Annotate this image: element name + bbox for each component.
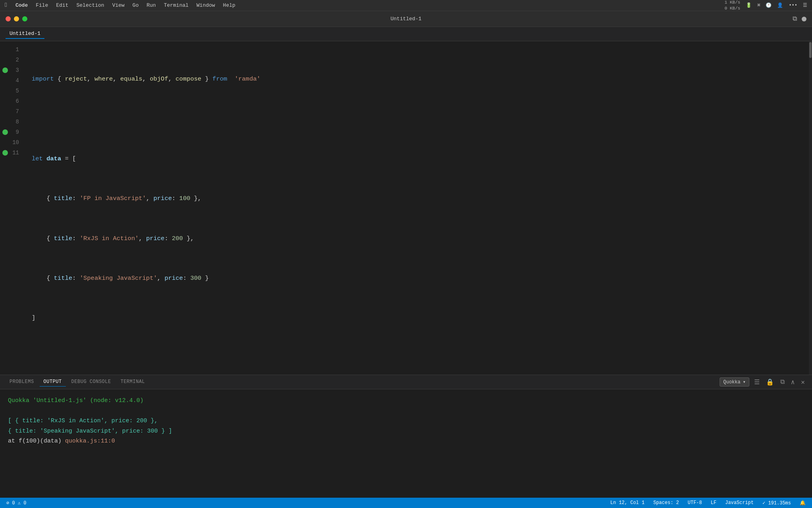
menubar-window[interactable]: Window	[194, 2, 218, 9]
dropdown-label: Quokka	[723, 379, 740, 385]
output-source-dropdown[interactable]: Quokka ▾	[720, 377, 749, 387]
prop-price-3: price	[165, 273, 183, 283]
editor-tab-untitled[interactable]: Untitled-1	[6, 29, 44, 39]
str-fp: 'FP in JavaScript'	[80, 194, 146, 204]
code-line-5: { title: 'RxJS in Action', price: 200 },	[32, 233, 812, 244]
code-line-3: let data = [	[32, 154, 812, 164]
gutter-4: 4	[0, 75, 24, 86]
menubar-view[interactable]: View	[110, 2, 127, 9]
line-num-3: 3	[16, 66, 19, 75]
gutter-7: 7	[0, 106, 24, 117]
minimize-button[interactable]	[14, 16, 19, 21]
line-num-9: 9	[16, 128, 19, 137]
gutter-3: 3	[0, 65, 24, 75]
output-line-4: { title: 'Speaking JavaScript', price: 3…	[8, 426, 804, 437]
gutter-10: 10	[0, 137, 24, 148]
statusbar: ⊘ 0 ⚠ 0 Ln 12, Col 1 Spaces: 2 UTF-8 LF …	[0, 498, 812, 508]
line-num-1: 1	[16, 45, 19, 54]
tab-debug-console[interactable]: DEBUG CONSOLE	[67, 377, 115, 387]
output-line-1: Quokka 'Untitled-1.js' (node: v12.4.0)	[8, 396, 804, 406]
editor-scrollbar[interactable]	[809, 41, 812, 375]
fn-equals: equals	[120, 74, 142, 84]
panel-content: Quokka 'Untitled-1.js' (node: v12.4.0) […	[0, 389, 812, 498]
network-status: 1 KB/s 0 KB/s	[725, 0, 741, 11]
code-line-7: ]	[32, 313, 812, 323]
code-container: 1 2 3 4 5 6 7 8 9 10 11	[0, 41, 812, 375]
split-editor-icon[interactable]: ⧉	[793, 15, 797, 23]
line-num-10: 10	[12, 138, 19, 147]
fn-reject: reject	[65, 74, 87, 84]
prop-title-2: title	[54, 234, 73, 244]
cursor-position[interactable]: Ln 12, Col 1	[609, 500, 646, 506]
prop-price-2: price	[146, 234, 165, 244]
panel-tab-bar: PROBLEMS OUTPUT DEBUG CONSOLE TERMINAL Q…	[0, 375, 812, 389]
titlebar: Untitled-1 ⧉	[0, 11, 812, 27]
str-ramda: 'ramda'	[235, 74, 260, 84]
eol-sequence[interactable]: LF	[709, 500, 718, 506]
gutter-5: 5	[0, 86, 24, 96]
notifications-icon[interactable]: 🔔	[798, 500, 807, 506]
tab-output[interactable]: OUTPUT	[40, 377, 66, 387]
menubar:  Code File Edit Selection View Go Run T…	[0, 0, 812, 11]
copy-icon[interactable]: ⧉	[779, 377, 786, 387]
close-button[interactable]	[6, 16, 11, 21]
menubar-code[interactable]: Code	[13, 2, 30, 9]
menubar-terminal[interactable]: Terminal	[161, 2, 191, 9]
str-rxjs: 'RxJS in Action'	[80, 234, 139, 244]
editor-wrapper: 1 2 3 4 5 6 7 8 9 10 11	[0, 41, 812, 498]
menubar-right: 1 KB/s 0 KB/s 🔋 ⌘ 🕐 👤 ••• ☰	[725, 0, 807, 11]
code-line-4: { title: 'FP in JavaScript', price: 100 …	[32, 194, 812, 204]
num-300: 300	[190, 273, 201, 283]
kw-import: import	[32, 74, 54, 84]
line-num-11: 11	[12, 148, 19, 157]
editor-tab-bar: Untitled-1	[0, 27, 812, 41]
gutter-6: 6	[0, 96, 24, 106]
indentation[interactable]: Spaces: 2	[652, 500, 681, 506]
prop-title-3: title	[54, 273, 73, 283]
window-title: Untitled-1	[391, 16, 421, 22]
list-icon: ☰	[803, 2, 807, 8]
gutter-2: 2	[0, 55, 24, 65]
error-icon: ⊘	[6, 500, 9, 506]
collapse-panel-icon[interactable]: ∧	[789, 377, 797, 387]
menubar-help[interactable]: Help	[220, 2, 237, 9]
traffic-lights	[6, 16, 27, 21]
gutter-11: 11	[0, 148, 24, 158]
gutter-8: 8	[0, 117, 24, 127]
tab-terminal[interactable]: TERMINAL	[117, 377, 149, 387]
num-100: 100	[179, 194, 190, 204]
panel: PROBLEMS OUTPUT DEBUG CONSOLE TERMINAL Q…	[0, 375, 812, 498]
panel-controls: Quokka ▾ ☰ 🔒 ⧉ ∧ ✕	[720, 377, 806, 387]
editor-area[interactable]: 1 2 3 4 5 6 7 8 9 10 11	[0, 41, 812, 375]
maximize-button[interactable]	[22, 16, 27, 21]
language-mode[interactable]: JavaScript	[724, 500, 755, 506]
output-line-2	[8, 406, 804, 416]
lock-icon[interactable]: 🔒	[764, 377, 776, 387]
line-num-4: 4	[16, 76, 19, 85]
breakpoint-9	[2, 129, 8, 135]
menubar-selection[interactable]: Selection	[74, 2, 107, 9]
battery-icon: 🔋	[746, 2, 752, 8]
menubar-edit[interactable]: Edit	[54, 2, 71, 9]
chevron-down-icon: ▾	[743, 379, 745, 385]
gutter-1: 1	[0, 44, 24, 55]
apple-icon: 	[5, 2, 8, 9]
line-num-7: 7	[16, 107, 19, 116]
close-panel-icon[interactable]: ✕	[799, 377, 806, 387]
encoding[interactable]: UTF-8	[686, 500, 704, 506]
var-data: data	[46, 154, 61, 164]
wifi-icon: ⌘	[757, 2, 760, 8]
menubar-go[interactable]: Go	[130, 2, 141, 9]
code-line-2	[32, 114, 812, 124]
menubar-left:  Code File Edit Selection View Go Run T…	[5, 2, 238, 9]
editor-scrollbar-thumb	[809, 42, 812, 58]
clear-output-icon[interactable]: ☰	[753, 377, 761, 387]
str-speaking: 'Speaking JavaScript'	[80, 273, 157, 283]
menubar-run[interactable]: Run	[144, 2, 158, 9]
error-count[interactable]: ⊘ 0 ⚠ 0	[5, 500, 28, 506]
line-num-8: 8	[16, 117, 19, 126]
menubar-file[interactable]: File	[33, 2, 50, 9]
quokka-timing[interactable]: ✓ 191.35ms	[761, 500, 793, 506]
tab-problems[interactable]: PROBLEMS	[6, 377, 38, 387]
line-num-5: 5	[16, 87, 19, 95]
